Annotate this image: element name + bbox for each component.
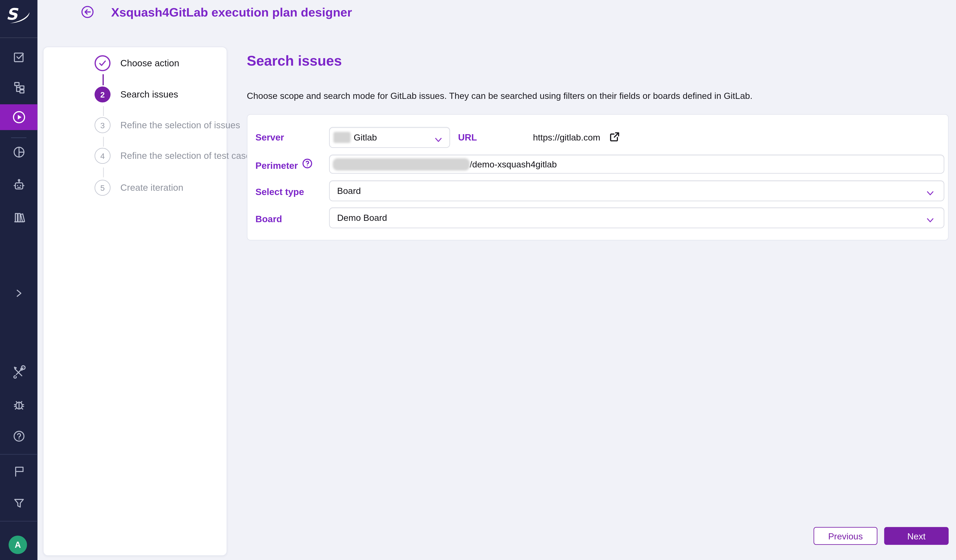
check-icon xyxy=(98,59,107,67)
chevron-down-icon xyxy=(926,215,934,226)
step-connector xyxy=(103,106,104,116)
step-done-circle xyxy=(94,55,111,71)
step-label: Search issues xyxy=(120,86,178,102)
bug-icon[interactable] xyxy=(0,395,37,416)
expand-chevron-icon[interactable] xyxy=(0,283,37,304)
board-select-value: Demo Board xyxy=(337,213,387,223)
step-label: Choose action xyxy=(120,55,179,71)
redacted-text xyxy=(333,158,470,170)
step-todo-circle: 5 xyxy=(94,180,111,196)
next-button[interactable]: Next xyxy=(884,527,949,545)
url-label: URL xyxy=(458,132,477,142)
step-search-issues[interactable]: 2 Search issues xyxy=(44,86,228,102)
squash-logo-icon: S xyxy=(5,4,33,26)
sidebar-item-execution-active[interactable] xyxy=(0,104,37,130)
question-circle-icon[interactable] xyxy=(302,158,313,171)
board-label: Board xyxy=(255,213,282,224)
library-icon[interactable] xyxy=(0,207,37,227)
perimeter-input[interactable]: /demo-xsquash4gitlab xyxy=(329,155,944,174)
test-case-tree-icon[interactable] xyxy=(0,77,37,97)
step-refine-test-cases[interactable]: 4 Refine the selection of test cases xyxy=(44,148,228,164)
redacted-text xyxy=(333,132,351,143)
step-connector xyxy=(103,168,104,177)
automation-robot-icon[interactable] xyxy=(0,174,37,195)
tools-icon[interactable] xyxy=(0,361,37,382)
step-active-circle: 2 xyxy=(94,86,111,102)
section-heading: Search issues xyxy=(247,53,342,69)
step-refine-issues[interactable]: 3 Refine the selection of issues xyxy=(44,117,228,133)
step-label: Create iteration xyxy=(120,180,183,196)
avatar-letter: A xyxy=(15,540,21,550)
sidebar-divider xyxy=(0,454,37,455)
select-type-value: Board xyxy=(337,186,361,196)
back-button[interactable] xyxy=(81,5,94,18)
server-label: Server xyxy=(255,132,284,142)
chevron-down-icon xyxy=(435,134,442,146)
step-label: Refine the selection of test cases xyxy=(120,148,255,164)
step-create-iteration[interactable]: 5 Create iteration xyxy=(44,180,228,196)
external-link-icon[interactable] xyxy=(610,132,620,144)
perimeter-label: Perimeter xyxy=(255,160,298,171)
logo-block[interactable]: S xyxy=(0,0,37,38)
sidebar: S xyxy=(0,0,37,560)
select-type-select[interactable]: Board xyxy=(329,180,944,201)
board-select[interactable]: Demo Board xyxy=(329,207,944,228)
section-description: Choose scope and search mode for GitLab … xyxy=(247,91,752,100)
step-choose-action[interactable]: Choose action xyxy=(44,55,228,71)
flag-icon[interactable] xyxy=(0,461,37,482)
url-value: https://gitlab.com xyxy=(533,133,600,142)
tasks-checkbox-icon[interactable] xyxy=(0,47,37,67)
header: Xsquash4GitLab execution plan designer xyxy=(37,0,956,24)
previous-button[interactable]: Previous xyxy=(814,527,877,545)
stepper-panel: Choose action 2 Search issues 3 Refine t… xyxy=(43,47,227,556)
help-icon[interactable] xyxy=(0,426,37,447)
pie-chart-icon[interactable] xyxy=(0,142,37,162)
search-scope-form: Server Gitlab URL https://gitlab.com Per… xyxy=(247,114,948,240)
execution-play-icon xyxy=(11,110,26,124)
server-select-value: Gitlab xyxy=(354,133,377,142)
server-select[interactable]: Gitlab xyxy=(329,127,450,148)
sidebar-divider xyxy=(11,137,27,138)
select-type-label: Select type xyxy=(255,187,304,197)
chevron-down-icon xyxy=(926,188,934,199)
arrow-left-circle-icon xyxy=(81,5,94,18)
perimeter-value-suffix: /demo-xsquash4gitlab xyxy=(470,159,557,169)
page-title: Xsquash4GitLab execution plan designer xyxy=(111,0,352,24)
user-avatar[interactable]: A xyxy=(9,536,27,554)
step-connector xyxy=(103,137,104,147)
step-connector xyxy=(102,74,104,85)
step-todo-circle: 4 xyxy=(94,148,111,164)
step-todo-circle: 3 xyxy=(94,117,111,133)
step-label: Refine the selection of issues xyxy=(120,117,240,133)
sidebar-divider xyxy=(0,521,37,522)
svg-text:S: S xyxy=(6,5,19,24)
filter-funnel-icon[interactable] xyxy=(0,493,37,513)
app-window: S xyxy=(0,0,956,560)
